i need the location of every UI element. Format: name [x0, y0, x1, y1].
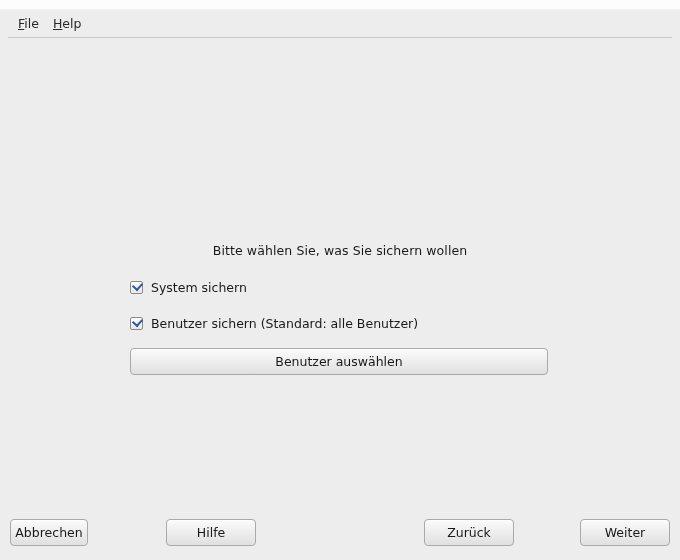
menubar: File Help — [8, 10, 672, 38]
next-button-label: Weiter — [605, 525, 646, 540]
menu-help[interactable]: Help — [53, 16, 82, 31]
checkbox-system[interactable] — [130, 281, 143, 294]
checkbox-users[interactable] — [130, 317, 143, 330]
window-titlebar — [0, 0, 680, 10]
menu-file[interactable]: File — [18, 16, 39, 31]
cancel-button-label: Abbrechen — [15, 525, 82, 540]
backup-wizard-window: File Help Bitte wählen Sie, was Sie sich… — [0, 0, 680, 560]
help-button-label: Hilfe — [197, 525, 225, 540]
content-area: Bitte wählen Sie, was Sie sichern wollen… — [0, 38, 680, 514]
help-button[interactable]: Hilfe — [166, 519, 256, 546]
cancel-button[interactable]: Abbrechen — [10, 519, 88, 546]
checkbox-users-label: Benutzer sichern (Standard: alle Benutze… — [151, 316, 418, 331]
select-users-button[interactable]: Benutzer auswählen — [130, 348, 548, 375]
next-button[interactable]: Weiter — [580, 519, 670, 546]
checkbox-row-users[interactable]: Benutzer sichern (Standard: alle Benutze… — [130, 312, 550, 334]
checkbox-system-label: System sichern — [151, 280, 247, 295]
select-users-button-label: Benutzer auswählen — [275, 354, 402, 369]
back-button-label: Zurück — [447, 525, 491, 540]
checkbox-row-system[interactable]: System sichern — [130, 276, 550, 298]
back-button[interactable]: Zurück — [424, 519, 514, 546]
options-group: System sichern Benutzer sichern (Standar… — [130, 276, 550, 375]
footer-buttons: Abbrechen Hilfe Zurück Weiter — [0, 514, 680, 560]
prompt-text: Bitte wählen Sie, was Sie sichern wollen — [0, 243, 680, 258]
